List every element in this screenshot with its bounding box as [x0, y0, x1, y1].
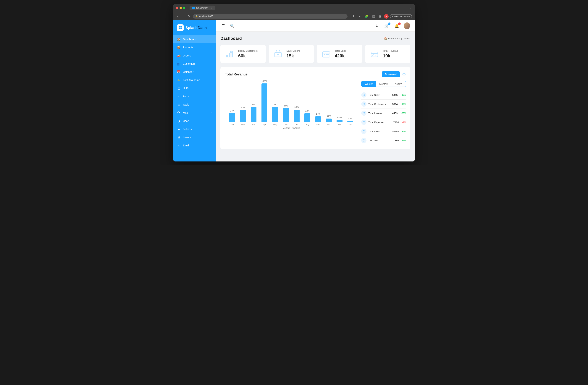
stat-label: Happy Customers — [238, 49, 262, 52]
browser-action-buttons: ⬆ ★ 🧩 ▤ ▣ E Relaunch to update — [351, 14, 412, 19]
sidebar-item-orders[interactable]: 🚚 Orders — [173, 51, 216, 60]
stat-value: 15k — [287, 53, 310, 59]
topbar-actions: ⚙ 🛒 13 🔔 5 — [374, 22, 410, 29]
notifications-button[interactable]: 🔔 5 — [393, 23, 400, 29]
x-label-mar: Mar — [248, 123, 259, 126]
stat-row-value: 5894 — [392, 103, 398, 105]
sidebar-item-dashboard[interactable]: 🏠 Dashboard › — [173, 35, 216, 43]
sidebar-item-chart[interactable]: ◑ Chart — [173, 117, 216, 125]
sidebar-icon: 🏠 — [177, 37, 181, 41]
stat-row-change: +5% — [402, 139, 406, 142]
period-tab-yearly[interactable]: Yearly — [391, 81, 406, 87]
x-label-aug: Aug — [302, 123, 313, 126]
sidebar-item-buttons[interactable]: ☁ Buttons — [173, 125, 216, 133]
tab-favicon-icon — [192, 7, 195, 9]
bar-group-oct[interactable]: 0.8% — [323, 119, 334, 122]
settings-gear-button[interactable]: ⚙ — [402, 72, 406, 77]
bar-group-dec[interactable]: 0.2% — [345, 121, 356, 122]
sidebar-arrow-icon: › — [211, 111, 212, 114]
sidebar-item-email[interactable]: ✉ Email › — [173, 142, 216, 150]
bar-group-may[interactable]: 4% — [270, 107, 280, 122]
sidebar-item-products[interactable]: 📦 Products — [173, 43, 216, 51]
reader-mode-button[interactable]: ▣ — [378, 14, 383, 19]
period-selector: WeeklyMonthlyYearly — [361, 81, 406, 87]
stat-row-value: 7454 — [393, 121, 399, 124]
cart-button[interactable]: 🛒 13 — [383, 23, 390, 29]
period-tab-weekly[interactable]: Weekly — [361, 81, 376, 87]
download-button[interactable]: Download — [382, 71, 400, 77]
topbar: ☰ 🔍 ⚙ 🛒 13 🔔 5 — [216, 20, 415, 32]
page-content: Dashboard 🏠 Dashboard || Admin Happy Cus… — [216, 32, 415, 162]
bar-group-jun[interactable]: 3.6% — [280, 108, 291, 122]
sidebar-label: Orders — [183, 54, 212, 57]
bar-group-apr[interactable]: 10.1% — [259, 83, 270, 122]
sidebar-item-form[interactable]: ✉ Form › — [173, 92, 216, 101]
sidebar-item-font-awesome[interactable]: ⚡ Font Awesome — [173, 76, 216, 84]
back-button[interactable]: ‹ — [176, 14, 179, 19]
x-label-jul: Jul — [291, 123, 302, 126]
sidebar-toggle-button[interactable]: ▤ — [371, 14, 376, 19]
sidebar-item-calendar[interactable]: 📅 Calendar — [173, 68, 216, 76]
breadcrumb-separator: || — [401, 37, 402, 40]
sidebar-item-customers[interactable]: 👥 Customers — [173, 60, 216, 68]
revenue-title: Total Revanue — [225, 72, 248, 76]
svg-point-21 — [363, 103, 365, 105]
bar-value-label: 4% — [274, 103, 276, 105]
menu-toggle-button[interactable]: ☰ — [220, 23, 226, 29]
relaunch-button[interactable]: Relaunch to update — [390, 14, 412, 18]
close-window-button[interactable] — [176, 7, 178, 9]
sidebar-item-ui-kit[interactable]: ◻ UI Kit › — [173, 84, 216, 92]
sidebar-item-map[interactable]: 🗺 Map › — [173, 109, 216, 117]
tab-close-button[interactable]: ✕ — [211, 7, 212, 9]
sidebar-item-table[interactable]: ▤ Table › — [173, 101, 216, 109]
sidebar-label: Table — [183, 103, 209, 106]
period-tab-monthly[interactable]: Monthly — [376, 81, 391, 87]
svg-rect-13 — [326, 54, 329, 55]
sidebar-icon: 🚚 — [177, 54, 181, 57]
bar-group-aug[interactable]: 2.3% — [302, 113, 313, 122]
svg-point-7 — [230, 51, 232, 53]
bar: 4% — [272, 107, 278, 122]
svg-point-25 — [363, 140, 365, 142]
bar-group-jan[interactable]: 2.3% — [227, 113, 237, 122]
refresh-button[interactable]: ↻ — [186, 14, 191, 19]
extensions-button[interactable]: 🧩 — [364, 14, 370, 19]
bar-value-label: 2.3% — [230, 110, 234, 112]
bar-value-label: 10.1% — [262, 80, 267, 82]
sidebar-item-invoice[interactable]: 🖨 Invoice — [173, 133, 216, 142]
lock-icon: 🔒 — [195, 15, 198, 17]
svg-rect-14 — [326, 55, 328, 55]
bar-group-nov[interactable]: 0.5% — [334, 120, 345, 122]
forward-button[interactable]: › — [181, 14, 184, 19]
share-button[interactable]: ⬆ — [351, 14, 356, 19]
breadcrumb: 🏠 Dashboard || Admin — [384, 37, 410, 40]
stat-row-label: Total Likes — [368, 130, 390, 133]
stat-icon — [321, 48, 332, 60]
svg-point-22 — [363, 112, 365, 114]
bar-chart: 2.3%3.1%4%10.1%4%3.6%3.2%2.3%1.4%0.8%0.5… — [225, 81, 357, 129]
tab-options-button[interactable]: ⌄ — [409, 6, 412, 10]
sidebar-label: Map — [183, 111, 209, 114]
browser-tab[interactable]: SplashDash ✕ — [189, 6, 215, 10]
minimize-window-button[interactable] — [180, 7, 182, 9]
browser-control-buttons — [176, 7, 185, 9]
maximize-window-button[interactable] — [183, 7, 185, 9]
sidebar-label: Customers — [183, 62, 212, 65]
bar-group-jul[interactable]: 3.2% — [291, 110, 302, 122]
chart-stats-panel: WeeklyMonthlyYearly Total Sales 5995 +15… — [361, 81, 406, 145]
stat-row-label: Total Expense — [368, 121, 392, 124]
user-avatar[interactable] — [404, 22, 410, 29]
bar-group-sep[interactable]: 1.4% — [313, 116, 324, 122]
sidebar-label: Invoice — [183, 136, 212, 139]
address-bar[interactable]: 🔒 localhost:8080 — [193, 14, 348, 19]
svg-rect-5 — [229, 53, 231, 57]
bar-group-feb[interactable]: 3.1% — [237, 110, 248, 122]
bar: 0.8% — [326, 119, 332, 122]
filter-icon-button[interactable]: ⚙ — [374, 23, 380, 29]
bar-group-mar[interactable]: 4% — [248, 107, 259, 122]
search-button[interactable]: 🔍 — [229, 23, 235, 29]
profile-button[interactable]: E — [384, 14, 389, 19]
sidebar-arrow-icon: › — [211, 103, 212, 106]
bookmark-button[interactable]: ★ — [357, 14, 362, 19]
new-tab-button[interactable]: + — [218, 6, 220, 10]
